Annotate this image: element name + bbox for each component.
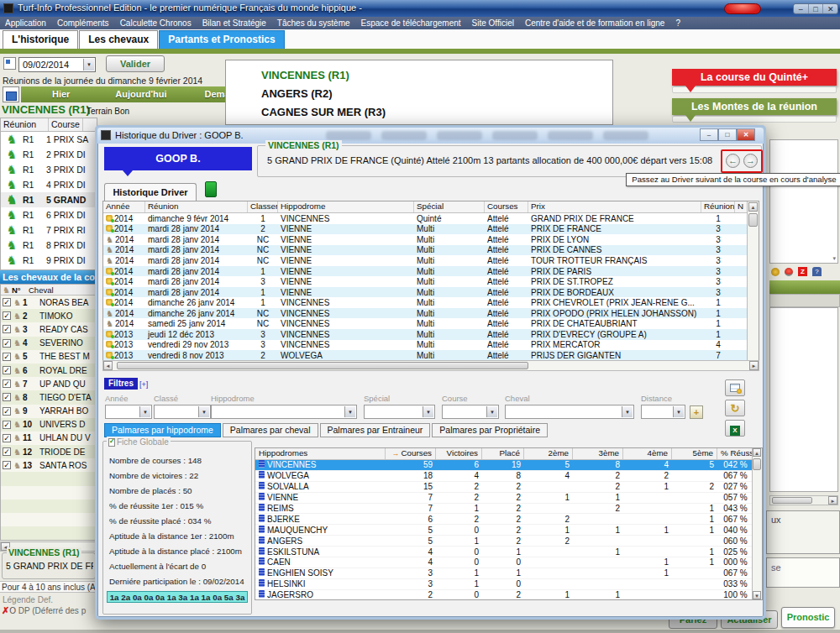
palmares-col-header[interactable]: 3ème bbox=[573, 448, 623, 459]
help-person-icon[interactable]: ? bbox=[812, 267, 822, 276]
menu-item[interactable]: Compléments bbox=[57, 18, 109, 28]
horse-checkbox[interactable]: ✓ bbox=[3, 447, 11, 456]
horse-checkbox[interactable]: ✓ bbox=[3, 461, 11, 469]
pronostic-button[interactable]: Pronostic bbox=[781, 607, 835, 628]
horse-row[interactable]: ✓♞2TIMOKO bbox=[1, 309, 97, 322]
menu-item[interactable]: Tâches du système bbox=[277, 18, 350, 28]
race-row[interactable]: ♞R18 PRIX DI bbox=[1, 238, 97, 253]
scrollbar-thumb[interactable] bbox=[117, 362, 528, 369]
palmares-col-header[interactable]: 5ème bbox=[672, 448, 717, 459]
history-row[interactable]: 2013vendredi 8 nov 20132WOLVEGAMultiAtte… bbox=[103, 350, 759, 361]
race-row[interactable]: ♞R16 PRIX DI bbox=[1, 207, 97, 222]
montes-banner[interactable]: Les Montes de la réunion bbox=[672, 98, 837, 115]
horse-row[interactable]: ✓♞1NORAS BEA bbox=[1, 296, 97, 309]
tab-les-chevaux[interactable]: Les chevaux bbox=[79, 30, 158, 49]
palmares-col-header[interactable]: Placé bbox=[482, 448, 524, 459]
palmares-row[interactable]: ESKILSTUNA40111025 % bbox=[255, 547, 762, 557]
filter-select[interactable]: ▼ bbox=[505, 405, 634, 419]
menu-item[interactable]: Site Officiel bbox=[472, 18, 514, 28]
horse-row[interactable]: ✓♞7UP AND QU bbox=[1, 377, 97, 390]
history-col-header[interactable]: Réunion bbox=[145, 201, 248, 212]
meeting-item[interactable]: CAGNES SUR MER (R3) bbox=[261, 103, 612, 122]
history-col-header[interactable]: Prix bbox=[528, 201, 701, 212]
palmares-col-header[interactable]: Hippodromes bbox=[255, 448, 386, 459]
history-row[interactable]: ♞2014samedi 25 janv 2014NCVINCENNESMulti… bbox=[103, 318, 759, 329]
dialog-titlebar[interactable]: Historique du Driver : GOOP B. – □ ✕ bbox=[97, 128, 764, 144]
scroll-right-icon[interactable]: ► bbox=[749, 361, 759, 370]
history-row[interactable]: 2014mardi 28 janv 20143VIENNEMultiAttelé… bbox=[103, 276, 759, 287]
palmares-row[interactable]: ENGHIEN SOISY3111067 % bbox=[255, 568, 762, 579]
horse-row[interactable]: ✓♞5THE BEST M bbox=[1, 350, 97, 364]
palmares-row[interactable]: HELSINKI310033 % bbox=[255, 579, 762, 590]
palmares-col-header[interactable]: Victoires bbox=[436, 448, 482, 459]
menu-item[interactable]: Centre d'aide et de formation en ligne bbox=[525, 18, 664, 28]
history-col-header[interactable]: Classer bbox=[248, 201, 278, 212]
horse-row[interactable]: ✓♞3READY CAS bbox=[1, 322, 97, 336]
filter-select[interactable]: ▼ bbox=[442, 405, 499, 419]
scrollbar-thumb[interactable] bbox=[753, 458, 761, 470]
horse-checkbox[interactable]: ✓ bbox=[3, 421, 11, 429]
daynav-aujourdhui[interactable]: Aujourd'hui bbox=[101, 86, 181, 102]
horse-checkbox[interactable]: ✓ bbox=[3, 407, 11, 416]
quinte-banner[interactable]: La course du Quinté+ bbox=[672, 69, 837, 86]
history-col-header[interactable]: Spécial bbox=[414, 201, 485, 212]
excel-export-button[interactable]: X bbox=[725, 420, 745, 437]
horse-row[interactable]: ✓♞12TRIODE DE bbox=[1, 445, 97, 458]
filter-select[interactable]: ▼ bbox=[364, 405, 435, 419]
horizontal-scrollbar[interactable]: ◄ ► bbox=[102, 360, 759, 371]
horse-checkbox[interactable]: ✓ bbox=[3, 379, 11, 388]
scrollbar-thumb[interactable] bbox=[748, 213, 758, 227]
history-row[interactable]: ♞2014mardi 28 janv 2014NCVIENNEMultiAtte… bbox=[103, 245, 759, 256]
close-button[interactable]: ✕ bbox=[737, 128, 755, 141]
palmares-col-header[interactable]: % Réussite bbox=[717, 448, 753, 459]
history-col-header[interactable]: Courses bbox=[485, 201, 528, 212]
daynav-hier[interactable]: Hier bbox=[21, 86, 101, 102]
vertical-scrollbar[interactable]: ▲ ▼ bbox=[752, 448, 762, 599]
chevron-down-icon[interactable]: ▼ bbox=[83, 59, 94, 71]
meeting-item[interactable]: ANGERS (R2) bbox=[261, 85, 612, 103]
palmares-col-header[interactable]: 4ème bbox=[623, 448, 672, 459]
scroll-down-icon[interactable]: ▼ bbox=[753, 591, 761, 599]
palmares-row[interactable]: SOLVALLA1522212027 % bbox=[255, 482, 762, 493]
maximize-button[interactable]: □ bbox=[718, 128, 737, 141]
tab-palmares-par-entraineur[interactable]: Palmares par Entraineur bbox=[320, 423, 431, 437]
scroll-right-icon[interactable]: ► bbox=[828, 496, 837, 505]
chevron-down-icon[interactable]: ▼ bbox=[673, 406, 684, 417]
filter-select[interactable]: ▼ bbox=[211, 405, 357, 419]
history-row[interactable]: 2013jeudi 12 déc 20133VINCENNESMultiAtte… bbox=[103, 329, 759, 340]
race-row[interactable]: ♞R12 PRIX DI bbox=[1, 147, 97, 162]
history-row[interactable]: 2014dimanche 9 févr 20141VINCENNESQuinté… bbox=[103, 213, 759, 224]
history-col-header[interactable]: Hippodrome bbox=[278, 201, 414, 212]
history-row[interactable]: 2013vendredi 29 nov 20133VINCENNESMultiA… bbox=[103, 340, 759, 351]
horse-checkbox[interactable]: ✓ bbox=[3, 393, 11, 401]
palmares-row[interactable]: WOLVEGA1848422067 % bbox=[255, 471, 762, 482]
horse-row[interactable]: ✓♞4SEVERINO bbox=[1, 337, 97, 350]
history-row[interactable]: 2014mardi 28 janv 20141VIENNEMultiAttelé… bbox=[103, 266, 759, 277]
refresh-button[interactable]: ↻ bbox=[725, 400, 745, 416]
race-row[interactable]: ♞R14 PRIX DI bbox=[1, 177, 97, 192]
minimize-button[interactable]: – bbox=[700, 128, 718, 141]
race-row[interactable]: ♞R13 PRIX DI bbox=[1, 162, 97, 177]
meeting-item[interactable]: VINCENNES (R1) bbox=[261, 66, 612, 85]
palmares-row[interactable]: VINCENNES596195845042 % bbox=[255, 460, 762, 471]
maximize-button[interactable]: □ bbox=[809, 4, 824, 13]
scroll-left-icon[interactable]: ◄ bbox=[103, 361, 113, 370]
history-row[interactable]: 2014mardi 28 janv 20141VIENNEMultiAttelé… bbox=[103, 287, 759, 298]
history-col-header[interactable]: Réunion bbox=[701, 201, 735, 212]
horse-checkbox[interactable]: ✓ bbox=[3, 311, 11, 320]
horse-row[interactable]: ✓♞9YARRAH BO bbox=[1, 405, 97, 418]
valider-button[interactable]: Valider bbox=[106, 55, 165, 72]
palmares-row[interactable]: REIMS71221043 % bbox=[255, 504, 762, 515]
chevron-down-icon[interactable]: ▼ bbox=[486, 406, 497, 417]
chevron-down-icon[interactable]: ▼ bbox=[139, 406, 150, 417]
filter-select[interactable]: ▼ bbox=[105, 405, 152, 419]
horse-row[interactable]: ✓♞11UHLAN DU V bbox=[1, 432, 97, 445]
horse-row[interactable]: ✓♞6ROYAL DRE bbox=[1, 364, 97, 377]
history-row[interactable]: 2014dimanche 26 janv 20141VINCENNESMulti… bbox=[103, 297, 759, 308]
horse-checkbox[interactable]: ✓ bbox=[3, 298, 11, 306]
history-row[interactable]: ♞2014mardi 28 janv 2014NCVIENNEMultiAtte… bbox=[103, 255, 759, 266]
menu-item[interactable]: Application bbox=[5, 18, 46, 28]
menu-item[interactable]: Espace de téléchargement bbox=[361, 18, 461, 28]
z-alert-icon[interactable]: Z bbox=[798, 267, 807, 276]
menu-item[interactable]: Bilan et Stratégie bbox=[202, 18, 266, 28]
